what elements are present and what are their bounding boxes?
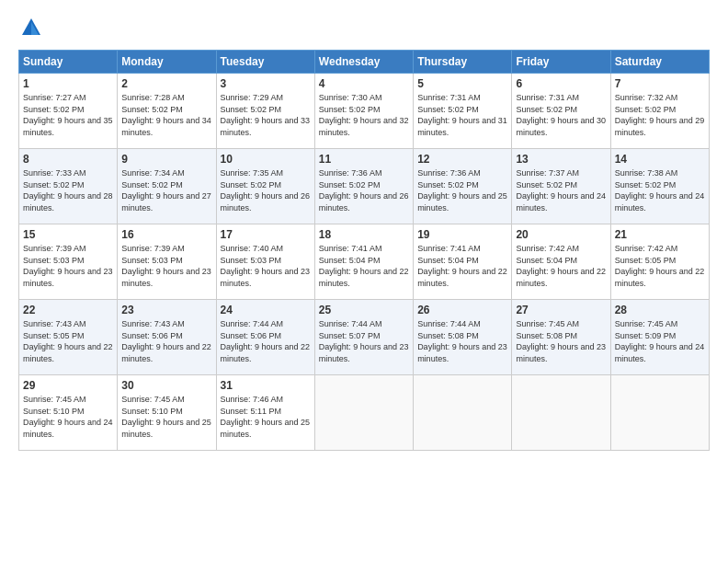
day-number: 13: [516, 153, 606, 166]
day-info: Sunrise: 7:35 AMSunset: 5:02 PMDaylight:…: [221, 167, 311, 213]
day-number: 15: [23, 228, 113, 241]
day-number: 30: [121, 379, 211, 392]
calendar-cell: 19 Sunrise: 7:41 AMSunset: 5:04 PMDaylig…: [414, 224, 512, 300]
day-info: Sunrise: 7:29 AMSunset: 5:02 PMDaylight:…: [221, 92, 311, 138]
calendar-cell: [414, 375, 512, 451]
day-number: 23: [121, 304, 211, 316]
calendar-week-row: 1 Sunrise: 7:27 AMSunset: 5:02 PMDayligh…: [19, 74, 710, 149]
calendar-week-row: 22 Sunrise: 7:43 AMSunset: 5:05 PMDaylig…: [19, 300, 710, 375]
day-number: 18: [319, 228, 409, 241]
weekday-header: Friday: [512, 51, 610, 74]
day-number: 17: [221, 228, 311, 241]
calendar-cell: 20 Sunrise: 7:42 AMSunset: 5:04 PMDaylig…: [512, 224, 610, 300]
calendar-cell: 12 Sunrise: 7:36 AMSunset: 5:02 PMDaylig…: [414, 149, 512, 224]
header: [18, 15, 710, 40]
day-info: Sunrise: 7:45 AMSunset: 5:09 PMDaylight:…: [615, 318, 705, 364]
calendar-cell: 11 Sunrise: 7:36 AMSunset: 5:02 PMDaylig…: [314, 149, 413, 224]
day-info: Sunrise: 7:34 AMSunset: 5:02 PMDaylight:…: [121, 167, 211, 213]
day-number: 10: [221, 153, 311, 166]
calendar-cell: 15 Sunrise: 7:39 AMSunset: 5:03 PMDaylig…: [19, 224, 118, 300]
calendar-cell: 26 Sunrise: 7:44 AMSunset: 5:08 PMDaylig…: [414, 300, 512, 375]
day-info: Sunrise: 7:40 AMSunset: 5:03 PMDaylight:…: [221, 243, 311, 289]
day-info: Sunrise: 7:43 AMSunset: 5:05 PMDaylight:…: [23, 318, 113, 364]
day-info: Sunrise: 7:39 AMSunset: 5:03 PMDaylight:…: [121, 243, 211, 289]
day-number: 8: [23, 153, 113, 166]
weekday-header: Sunday: [19, 51, 118, 74]
calendar-cell: 4 Sunrise: 7:30 AMSunset: 5:02 PMDayligh…: [314, 74, 413, 149]
day-info: Sunrise: 7:36 AMSunset: 5:02 PMDaylight:…: [319, 167, 409, 213]
day-info: Sunrise: 7:30 AMSunset: 5:02 PMDaylight:…: [319, 92, 409, 138]
day-info: Sunrise: 7:43 AMSunset: 5:06 PMDaylight:…: [121, 318, 211, 364]
day-info: Sunrise: 7:31 AMSunset: 5:02 PMDaylight:…: [417, 92, 507, 138]
day-info: Sunrise: 7:46 AMSunset: 5:11 PMDaylight:…: [221, 394, 311, 440]
day-number: 26: [417, 304, 507, 316]
day-info: Sunrise: 7:36 AMSunset: 5:02 PMDaylight:…: [417, 167, 507, 213]
day-info: Sunrise: 7:45 AMSunset: 5:10 PMDaylight:…: [121, 394, 211, 440]
calendar-cell: 1 Sunrise: 7:27 AMSunset: 5:02 PMDayligh…: [19, 74, 118, 149]
calendar-cell: 21 Sunrise: 7:42 AMSunset: 5:05 PMDaylig…: [610, 224, 709, 300]
logo-icon: [18, 15, 44, 40]
day-number: 12: [417, 153, 507, 166]
day-number: 19: [417, 228, 507, 241]
calendar-cell: 28 Sunrise: 7:45 AMSunset: 5:09 PMDaylig…: [610, 300, 709, 375]
calendar-body: 1 Sunrise: 7:27 AMSunset: 5:02 PMDayligh…: [19, 74, 710, 451]
day-info: Sunrise: 7:33 AMSunset: 5:02 PMDaylight:…: [23, 167, 113, 213]
calendar-cell: 14 Sunrise: 7:38 AMSunset: 5:02 PMDaylig…: [610, 149, 709, 224]
day-info: Sunrise: 7:31 AMSunset: 5:02 PMDaylight:…: [516, 92, 606, 138]
day-number: 20: [516, 228, 606, 241]
calendar-cell: 8 Sunrise: 7:33 AMSunset: 5:02 PMDayligh…: [19, 149, 118, 224]
calendar-cell: 25 Sunrise: 7:44 AMSunset: 5:07 PMDaylig…: [314, 300, 413, 375]
calendar-cell: 9 Sunrise: 7:34 AMSunset: 5:02 PMDayligh…: [118, 149, 216, 224]
calendar-cell: [314, 375, 413, 451]
calendar-cell: 22 Sunrise: 7:43 AMSunset: 5:05 PMDaylig…: [19, 300, 118, 375]
day-number: 6: [516, 77, 606, 90]
day-number: 22: [23, 304, 113, 316]
day-number: 4: [319, 77, 409, 90]
page: SundayMondayTuesdayWednesdayThursdayFrid…: [0, 0, 728, 563]
day-info: Sunrise: 7:41 AMSunset: 5:04 PMDaylight:…: [319, 243, 409, 289]
calendar-cell: 6 Sunrise: 7:31 AMSunset: 5:02 PMDayligh…: [512, 74, 610, 149]
day-number: 14: [615, 153, 705, 166]
calendar-cell: 27 Sunrise: 7:45 AMSunset: 5:08 PMDaylig…: [512, 300, 610, 375]
day-info: Sunrise: 7:37 AMSunset: 5:02 PMDaylight:…: [516, 167, 606, 213]
day-number: 11: [319, 153, 409, 166]
day-number: 28: [615, 304, 705, 316]
day-number: 1: [23, 77, 113, 90]
weekday-header: Saturday: [610, 51, 709, 74]
day-number: 5: [417, 77, 507, 90]
calendar-cell: 13 Sunrise: 7:37 AMSunset: 5:02 PMDaylig…: [512, 149, 610, 224]
day-info: Sunrise: 7:45 AMSunset: 5:10 PMDaylight:…: [23, 394, 113, 440]
calendar-cell: 18 Sunrise: 7:41 AMSunset: 5:04 PMDaylig…: [314, 224, 413, 300]
calendar: SundayMondayTuesdayWednesdayThursdayFrid…: [18, 50, 710, 451]
calendar-cell: 30 Sunrise: 7:45 AMSunset: 5:10 PMDaylig…: [118, 375, 216, 451]
calendar-cell: 24 Sunrise: 7:44 AMSunset: 5:06 PMDaylig…: [216, 300, 314, 375]
day-number: 31: [221, 379, 311, 392]
calendar-cell: [512, 375, 610, 451]
day-info: Sunrise: 7:28 AMSunset: 5:02 PMDaylight:…: [121, 92, 211, 138]
weekday-header: Monday: [118, 51, 216, 74]
day-info: Sunrise: 7:45 AMSunset: 5:08 PMDaylight:…: [516, 318, 606, 364]
calendar-cell: 31 Sunrise: 7:46 AMSunset: 5:11 PMDaylig…: [216, 375, 314, 451]
calendar-cell: 3 Sunrise: 7:29 AMSunset: 5:02 PMDayligh…: [216, 74, 314, 149]
weekday-header: Wednesday: [314, 51, 413, 74]
day-number: 24: [221, 304, 311, 316]
day-info: Sunrise: 7:41 AMSunset: 5:04 PMDaylight:…: [417, 243, 507, 289]
day-info: Sunrise: 7:44 AMSunset: 5:06 PMDaylight:…: [221, 318, 311, 364]
calendar-header: SundayMondayTuesdayWednesdayThursdayFrid…: [19, 51, 710, 74]
day-info: Sunrise: 7:32 AMSunset: 5:02 PMDaylight:…: [615, 92, 705, 138]
calendar-cell: 2 Sunrise: 7:28 AMSunset: 5:02 PMDayligh…: [118, 74, 216, 149]
day-number: 3: [221, 77, 311, 90]
weekday-header: Tuesday: [216, 51, 314, 74]
calendar-cell: 23 Sunrise: 7:43 AMSunset: 5:06 PMDaylig…: [118, 300, 216, 375]
day-info: Sunrise: 7:44 AMSunset: 5:08 PMDaylight:…: [417, 318, 507, 364]
calendar-cell: 7 Sunrise: 7:32 AMSunset: 5:02 PMDayligh…: [610, 74, 709, 149]
day-info: Sunrise: 7:44 AMSunset: 5:07 PMDaylight:…: [319, 318, 409, 364]
day-info: Sunrise: 7:39 AMSunset: 5:03 PMDaylight:…: [23, 243, 113, 289]
day-info: Sunrise: 7:27 AMSunset: 5:02 PMDaylight:…: [23, 92, 113, 138]
day-number: 27: [516, 304, 606, 316]
calendar-cell: [610, 375, 709, 451]
day-number: 2: [121, 77, 211, 90]
day-number: 21: [615, 228, 705, 241]
day-info: Sunrise: 7:42 AMSunset: 5:04 PMDaylight:…: [516, 243, 606, 289]
calendar-cell: 17 Sunrise: 7:40 AMSunset: 5:03 PMDaylig…: [216, 224, 314, 300]
